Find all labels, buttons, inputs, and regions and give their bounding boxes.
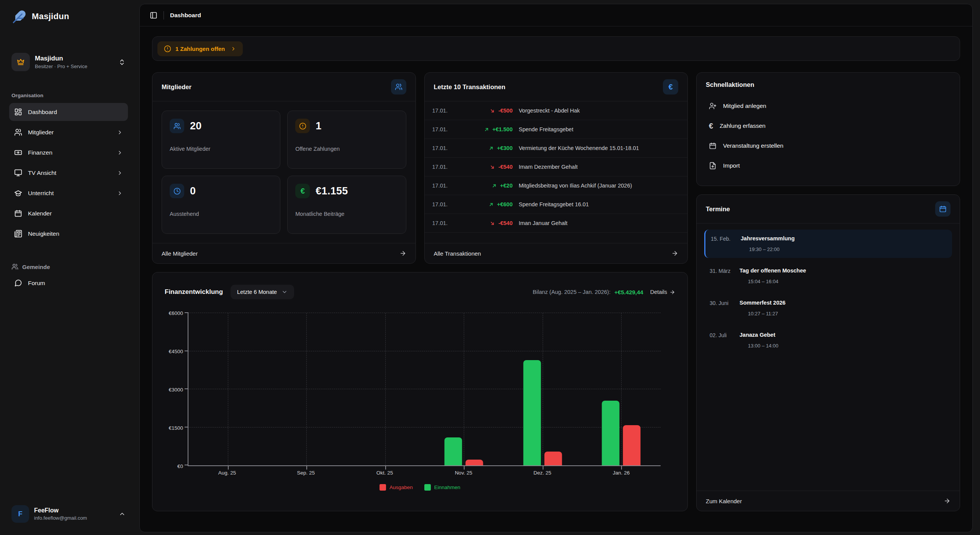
action-label: Zahlung erfassen: [720, 122, 766, 129]
users-icon: [11, 263, 18, 270]
bar-einnahmen: [445, 437, 462, 465]
stat-value: €1.155: [316, 185, 348, 197]
transaction-description: Iman Januar Gehalt: [519, 220, 568, 226]
bar-chart: €0€1500€3000€4500€6000: [163, 313, 677, 466]
transaction-description: Imam Dezember Gehalt: [519, 164, 578, 170]
chart-legend: AusgabenEinnahmen: [163, 484, 677, 491]
user-name: FeeFlow: [34, 507, 87, 514]
transaction-date: 17.01.: [432, 220, 464, 226]
brand-name: Masjidun: [32, 11, 69, 21]
euro-icon: €: [663, 79, 678, 95]
quick-actions-title: Schnellaktionen: [706, 81, 951, 88]
all-transactions-link[interactable]: Alle Transaktionen: [425, 243, 688, 263]
details-link[interactable]: Details: [650, 289, 675, 295]
transaction-amount: +€600: [497, 201, 513, 207]
calendar-icon: [709, 142, 717, 150]
event-row[interactable]: 15. Feb. Jahresversammlung 19:30 – 22:00: [704, 230, 952, 258]
chart-title: Finanzentwicklung: [165, 288, 223, 296]
transaction-description: Vorgestreckt - Abdel Hak: [519, 108, 580, 114]
transaction-row[interactable]: 17.01. +€20 Mitgliedsbeitrag von Ilias A…: [425, 176, 688, 195]
clock-icon: [170, 184, 184, 198]
legend-swatch: [424, 484, 431, 491]
transactions-card-title: Letzte 10 Transaktionen: [434, 83, 506, 91]
bar-einnahmen: [602, 401, 620, 465]
event-date: 31. März: [710, 268, 739, 284]
topbar: Dashboard: [140, 4, 972, 26]
transaction-date: 17.01.: [432, 108, 464, 114]
stat-active-members: 20 Aktive Mitglieder: [162, 111, 280, 169]
to-calendar-link[interactable]: Zum Kalender: [697, 491, 960, 511]
range-select[interactable]: Letzte 6 Monate: [231, 285, 294, 299]
transaction-description: Spende Freitagsgebet 16.01: [519, 201, 589, 207]
user-email: info.feeflow@gmail.com: [34, 515, 87, 521]
sidebar-section-gemeinde[interactable]: Gemeinde: [11, 263, 126, 270]
balance-value: +€5.429,44: [614, 289, 643, 295]
euro-icon: €: [295, 184, 310, 198]
footer-link-label: Alle Transaktionen: [434, 250, 481, 257]
transaction-row[interactable]: 17.01. -€540 Imam Dezember Gehalt: [425, 158, 688, 176]
action-create-member[interactable]: Mitglied anlegen: [706, 96, 951, 116]
feather-logo-icon: [12, 9, 27, 24]
action-record-payment[interactable]: € Zahlung erfassen: [706, 116, 951, 136]
open-payments-alert[interactable]: 1 Zahlungen offen: [157, 41, 243, 56]
transaction-row[interactable]: 17.01. +€600 Spende Freitagsgebet 16.01: [425, 195, 688, 214]
chat-bubble-icon: [14, 279, 22, 287]
sidebar-item-label: Kalender: [28, 210, 52, 217]
action-import[interactable]: Import: [706, 156, 951, 176]
transaction-date: 17.01.: [432, 145, 464, 151]
alert-circle-icon: [164, 45, 171, 52]
balance-label: Bilanz (Aug. 2025 – Jan. 2026):: [533, 289, 610, 295]
sidebar-item-label: Mitglieder: [28, 129, 54, 136]
avatar: F: [11, 505, 29, 523]
transactions-list: 17.01. -€500 Vorgestreckt - Abdel Hak 17…: [425, 101, 688, 233]
transaction-amount: -€500: [498, 108, 512, 114]
event-time: 13:00 – 14:00: [748, 343, 779, 349]
org-switcher[interactable]: Masjidun Besitzer · Pro + Service: [9, 51, 128, 73]
users-icon: [170, 119, 184, 133]
event-time: 19:30 – 22:00: [749, 246, 795, 252]
all-members-link[interactable]: Alle Mitglieder: [152, 243, 416, 263]
x-tick-label: Okt. 25: [345, 470, 424, 476]
bar-ausgaben: [623, 425, 641, 465]
event-row[interactable]: 31. März Tag der offenen Moschee 15:04 –…: [704, 262, 952, 290]
action-create-event[interactable]: Veranstaltung erstellen: [706, 136, 951, 156]
event-row[interactable]: 30. Juni Sommerfest 2026 10:27 – 11:27: [704, 294, 952, 322]
sidebar-item-forum[interactable]: Forum: [9, 274, 128, 292]
stat-value: 20: [190, 120, 202, 132]
sidebar-user-menu[interactable]: F FeeFlow info.feeflow@gmail.com: [9, 504, 128, 524]
events-card-title: Termine: [706, 206, 730, 213]
sidebar-item-tv-ansicht[interactable]: TV Ansicht: [9, 164, 128, 182]
x-tick-label: Dez. 25: [503, 470, 582, 476]
transaction-row[interactable]: 17.01. +€1.500 Spende Freitagsgebet: [425, 120, 688, 139]
transaction-row[interactable]: 17.01. +€300 Vermietung der Küche Wochen…: [425, 139, 688, 158]
events-card: Termine 15. Feb. Jahresversammlung 19:30…: [696, 194, 960, 511]
sidebar-item-mitglieder[interactable]: Mitglieder: [9, 123, 128, 141]
event-title: Janaza Gebet: [739, 332, 779, 338]
event-row[interactable]: 02. Juli Janaza Gebet 13:00 – 14:00: [704, 326, 952, 354]
sidebar-item-label: Neuigkeiten: [28, 230, 59, 237]
legend-item-einnahmen: Einnahmen: [424, 484, 460, 491]
main-panel: Dashboard 1 Zahlungen offen Mitglieder: [139, 4, 973, 532]
transaction-row[interactable]: 17.01. -€500 Vorgestreckt - Abdel Hak: [425, 101, 688, 120]
chevron-right-icon: [117, 170, 123, 176]
sidebar-item-kalender[interactable]: Kalender: [9, 204, 128, 222]
euro-icon: €: [709, 122, 713, 130]
legend-item-ausgaben: Ausgaben: [380, 484, 413, 491]
graduation-cap-icon: [14, 189, 22, 197]
sidebar-item-dashboard[interactable]: Dashboard: [9, 103, 128, 121]
event-title: Sommerfest 2026: [739, 300, 785, 306]
trend-up-icon: [488, 145, 494, 151]
sidebar-item-finanzen[interactable]: Finanzen: [9, 144, 128, 161]
sidebar-item-unterricht[interactable]: Unterricht: [9, 184, 128, 202]
footer-link-label: Zum Kalender: [706, 498, 742, 504]
transaction-row[interactable]: 17.01. -€540 Iman Januar Gehalt: [425, 214, 688, 233]
finance-chart-card: Finanzentwicklung Letzte 6 Monate Bilanz…: [152, 272, 688, 511]
sidebar-toggle-icon[interactable]: [150, 11, 157, 19]
x-tick-label: Nov. 25: [424, 470, 503, 476]
x-tick-label: Sep. 25: [267, 470, 345, 476]
sidebar-item-neuigkeiten[interactable]: Neuigkeiten: [9, 225, 128, 243]
sidebar-item-label: TV Ansicht: [28, 170, 56, 176]
trend-down-icon: [489, 164, 495, 170]
members-card-title: Mitglieder: [162, 83, 191, 91]
transaction-amount: +€1.500: [492, 126, 513, 132]
